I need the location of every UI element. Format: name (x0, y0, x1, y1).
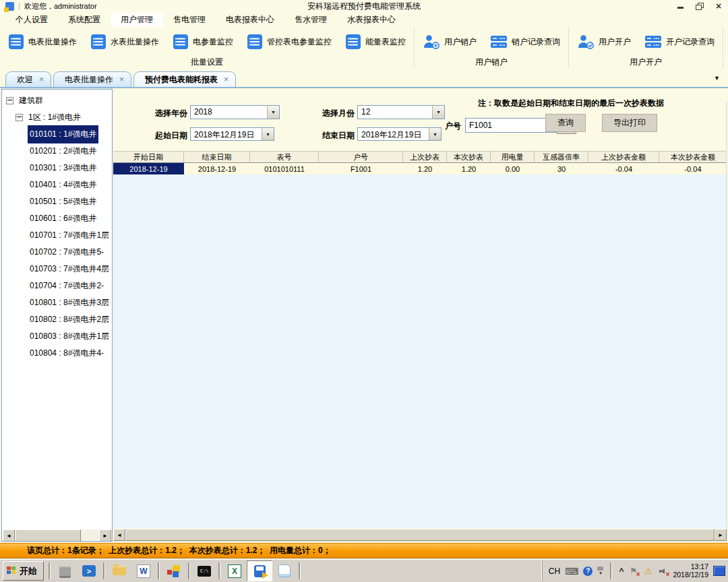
column-header[interactable]: 上次抄表 (403, 152, 447, 162)
tree-node[interactable]: 010703 : 7#强电井4层 (28, 260, 111, 278)
tree-horizontal-scrollbar[interactable]: ◄ ► (3, 529, 111, 540)
notes-icon[interactable] (272, 561, 297, 581)
cell-current-amount[interactable]: -0.04 (659, 163, 727, 174)
tree-node[interactable]: 010501 : 5#强电井 (28, 193, 98, 211)
account-input[interactable] (465, 118, 557, 133)
tree-node[interactable]: 010804 : 8#强电井4- (28, 344, 106, 362)
cancel-records-query-button[interactable]: 销户记录查询 (483, 28, 567, 56)
cell-account-no[interactable]: F1001 (319, 163, 403, 174)
tree-node[interactable]: 010801 : 8#强电井3层 (28, 294, 111, 312)
scroll-right-icon[interactable]: ► (99, 529, 111, 542)
tree-node[interactable]: 010701 : 7#强电井1层 (28, 226, 111, 245)
chevron-down-icon[interactable]: ▼ (432, 106, 444, 119)
param-monitor-button[interactable]: 电参量监控 (166, 28, 240, 56)
powershell-icon[interactable]: > (77, 561, 101, 581)
collapse-icon[interactable] (6, 97, 13, 104)
cell-prev-reading[interactable]: 1.20 (403, 163, 447, 174)
menu-electricity-sales[interactable]: 售电管理 (163, 13, 216, 27)
scroll-left-icon[interactable]: ◄ (3, 529, 15, 542)
table-horizontal-scrollbar[interactable]: ◄ ► (113, 529, 727, 540)
tree-node[interactable]: 010704 : 7#强电井2- (28, 277, 106, 295)
close-icon[interactable]: × (39, 75, 44, 84)
start-button[interactable]: 开始 (3, 561, 44, 581)
column-header[interactable]: 用电量 (491, 152, 535, 162)
app-save-icon[interactable] (247, 560, 272, 581)
restore-icon[interactable] (696, 3, 704, 10)
water-batch-button[interactable]: 水表批量操作 (84, 28, 166, 56)
volume-muted-icon[interactable]: × (658, 566, 668, 576)
column-header[interactable]: 上次抄表金额 (588, 152, 659, 162)
column-header[interactable]: 本次抄表金额 (659, 152, 727, 162)
language-indicator[interactable]: CH (549, 567, 560, 576)
show-hidden-icons-chevron[interactable]: ^ (619, 567, 624, 576)
menu-meter-report-center[interactable]: 电表报表中心 (216, 13, 284, 27)
chevron-down-icon[interactable]: ▼ (267, 106, 279, 119)
year-select[interactable]: 2018 ▼ (190, 105, 280, 119)
menu-personal-settings[interactable]: 个人设置 (5, 13, 58, 27)
excel-icon[interactable]: X (222, 561, 247, 581)
month-select[interactable]: 12 ▼ (357, 105, 445, 119)
meter-batch-button[interactable]: 电表批量操作 (1, 28, 84, 56)
cell-ct-ratio[interactable]: 30 (535, 163, 588, 174)
column-header[interactable]: 开始日期 (113, 152, 184, 162)
tab-prepaid-energy-report[interactable]: 预付费电表能耗报表 × (133, 71, 236, 87)
close-icon[interactable]: × (224, 75, 229, 84)
tree-node-root[interactable]: 建筑群 (17, 92, 45, 110)
scroll-right-icon[interactable]: ► (715, 529, 727, 541)
export-print-button[interactable]: 导出打印 (602, 114, 657, 132)
tab-welcome[interactable]: 欢迎 × (5, 71, 51, 87)
tab-meter-batch[interactable]: 电表批量操作 × (53, 71, 131, 87)
tree-node[interactable]: 010401 : 4#强电井 (28, 176, 98, 194)
close-icon[interactable]: × (119, 75, 124, 84)
devices-icon[interactable] (53, 561, 77, 581)
energy-meter-monitor-button[interactable]: 能量表监控 (338, 28, 413, 56)
column-header[interactable]: 户号 (319, 152, 403, 162)
show-desktop-icon[interactable] (713, 566, 725, 576)
menu-water-sales[interactable]: 售水管理 (284, 13, 337, 27)
tree-node[interactable]: 010301 : 3#强电井 (28, 159, 98, 177)
control-meter-param-monitor-button[interactable]: 管控表电参量监控 (240, 28, 338, 56)
start-date-picker[interactable]: 2018年12月19日 ▼ (190, 127, 274, 141)
user-open-button[interactable]: 用户开户 (570, 28, 638, 56)
menu-user-management[interactable]: 用户管理 (111, 13, 163, 27)
collapse-icon[interactable] (16, 114, 23, 121)
cell-prev-amount[interactable]: -0.04 (588, 163, 659, 174)
tree-node[interactable]: 010101 : 1#强电井 (28, 125, 98, 143)
cell-end-date[interactable]: 2018-12-19 (184, 163, 250, 174)
display-settings-icon[interactable] (162, 561, 186, 581)
scroll-thumb[interactable] (125, 529, 715, 541)
tree-node[interactable]: 010802 : 8#强电井2层 (28, 311, 111, 329)
tab-list-dropdown-icon[interactable]: ▼ (714, 75, 720, 82)
user-cancel-button[interactable]: 用户销户 (416, 28, 483, 56)
cell-meter-no[interactable]: 0101010111 (250, 163, 319, 174)
cmd-icon[interactable]: C:\ (192, 561, 216, 581)
column-header[interactable]: 互感器倍率 (535, 152, 588, 162)
minimize-icon[interactable] (677, 3, 685, 10)
cell-current-reading[interactable]: 1.20 (447, 163, 491, 174)
tree-node-zone[interactable]: 1区 : 1#强电井 (26, 108, 83, 127)
taskbar-clock[interactable]: 13:17 2018/12/19 (673, 563, 708, 579)
help-icon[interactable]: ? (583, 567, 593, 576)
chevron-down-icon[interactable]: ▼ (262, 128, 274, 140)
close-icon[interactable]: × (715, 3, 723, 10)
scroll-left-icon[interactable]: ◄ (113, 529, 125, 541)
caret-down-icon[interactable]: ▾ (599, 571, 602, 575)
keyboard-icon[interactable]: ⌨ (565, 566, 578, 577)
cell-start-date[interactable]: 2018-12-19 (113, 163, 184, 174)
tree-node[interactable]: 010201 : 2#强电井 (28, 142, 98, 160)
folder-icon[interactable] (107, 561, 131, 581)
scroll-thumb[interactable] (15, 529, 81, 542)
tray-extra-icons[interactable]: ▾ (597, 567, 603, 575)
menu-system-config[interactable]: 系统配置 (58, 13, 111, 27)
column-header[interactable]: 本次抄表 (447, 152, 491, 162)
word-icon[interactable]: W (131, 561, 156, 581)
network-warning-icon[interactable]: ⚠ (643, 566, 653, 576)
tree-node[interactable]: 010702 : 7#强电井5- (28, 243, 106, 261)
chevron-down-icon[interactable]: ▼ (429, 128, 441, 140)
tree-node[interactable]: 010601 : 6#强电井 (28, 209, 98, 228)
column-header[interactable]: 表号 (250, 152, 319, 162)
column-header[interactable]: 结束日期 (184, 152, 250, 162)
query-button[interactable]: 查询 (545, 114, 586, 132)
table-row[interactable]: 2018-12-19 2018-12-19 0101010111 F1001 1… (113, 163, 727, 174)
tree-node[interactable]: 010803 : 8#强电井1层 (28, 327, 111, 346)
